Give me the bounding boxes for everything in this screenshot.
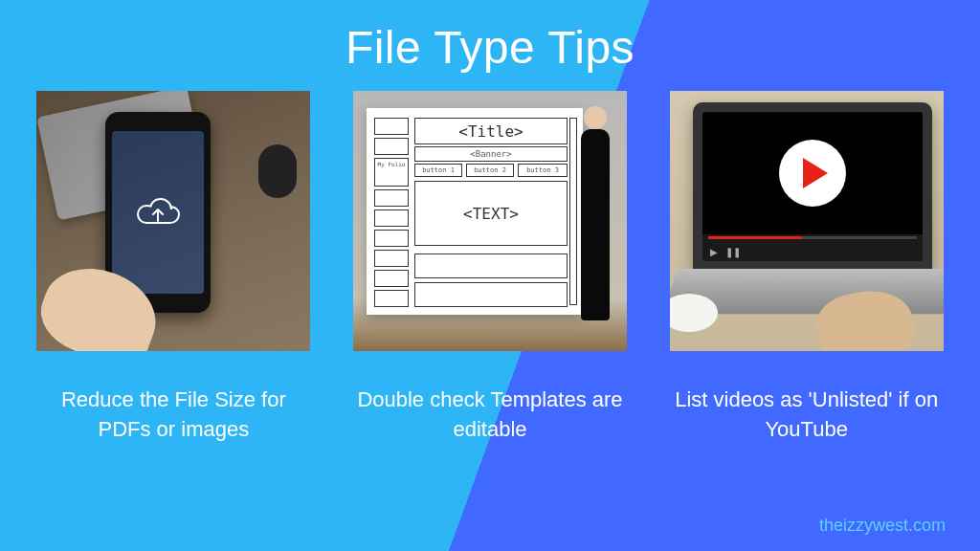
tip-caption: Reduce the File Size for PDFs or images xyxy=(39,386,307,445)
laptop-screen: ▶ ❚❚ xyxy=(702,112,923,261)
wireframe-sidebar: My Folio xyxy=(374,118,411,305)
wireframe-button-2: button 2 xyxy=(466,164,514,177)
play-small-icon: ▶ xyxy=(710,247,718,257)
tip-card-filesize: Reduce the File Size for PDFs or images xyxy=(27,91,321,445)
tip-card-videos: ▶ ❚❚ List videos as 'Unlisted' if on You… xyxy=(659,91,953,445)
video-controls: ▶ ❚❚ xyxy=(702,234,923,261)
wireframe-right-rail xyxy=(569,118,577,305)
cloud-upload-icon xyxy=(133,194,183,231)
tip-card-templates: My Folio <Title> <Banner> button 1 butto… xyxy=(344,91,637,445)
tip-caption: Double check Templates are editable xyxy=(356,386,624,445)
tip-image-filesize xyxy=(36,91,310,351)
wireframe-buttons: button 1 button 2 button 3 xyxy=(414,164,568,177)
progress-fill xyxy=(708,236,802,239)
tip-image-templates: My Folio <Title> <Banner> button 1 butto… xyxy=(353,91,627,351)
attribution: theizzywest.com xyxy=(819,516,946,536)
phone-screen xyxy=(112,131,204,294)
mouse-shape xyxy=(258,144,297,198)
laptop-body: ▶ ❚❚ xyxy=(693,102,932,271)
wireframe-button-1: button 1 xyxy=(414,164,462,177)
wireframe-title: <Title> xyxy=(414,118,568,144)
wireframe-button-3: button 3 xyxy=(518,164,568,177)
video-play-icon xyxy=(779,140,846,207)
page-title: File Type Tips xyxy=(0,0,980,91)
wireframe-profile: My Folio xyxy=(374,158,409,187)
tip-image-videos: ▶ ❚❚ xyxy=(670,91,944,351)
wireframe-banner: <Banner> xyxy=(414,146,568,162)
wireframe-bottom xyxy=(414,253,568,307)
wireframe-text: <TEXT> xyxy=(414,181,568,246)
video-area xyxy=(702,112,923,234)
pause-icon: ❚❚ xyxy=(725,247,741,257)
play-triangle xyxy=(803,158,828,188)
coffee-cup xyxy=(670,294,718,332)
cards-row: Reduce the File Size for PDFs or images … xyxy=(0,91,980,445)
template-wireframe-icon: My Folio <Title> <Banner> button 1 butto… xyxy=(367,108,583,315)
person-shape xyxy=(581,129,610,320)
tip-caption: List videos as 'Unlisted' if on YouTube xyxy=(673,386,941,445)
progress-bar xyxy=(708,236,917,239)
